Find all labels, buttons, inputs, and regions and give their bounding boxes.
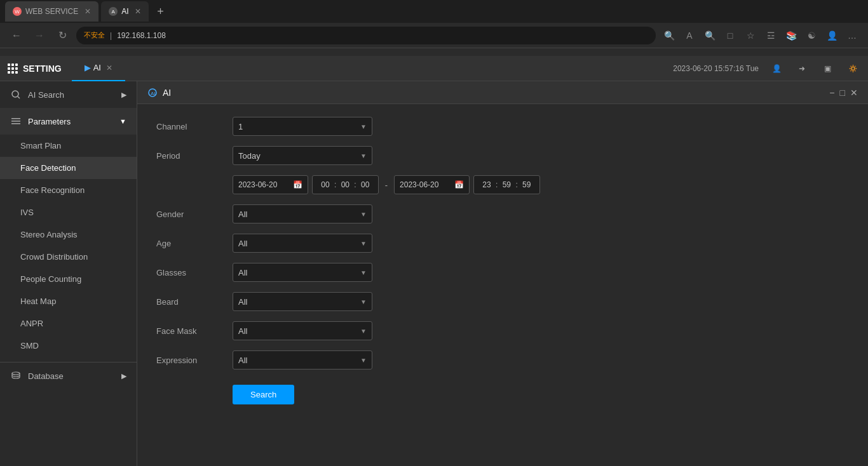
expression-select[interactable]: All Smile Neutral Anger Sadness <box>238 356 367 365</box>
extensions-icon[interactable]: ☯ <box>803 27 820 44</box>
date-range-dash: - <box>385 180 388 190</box>
profile-icon[interactable]: 👤 <box>824 27 840 44</box>
tab-favicon: W <box>13 7 22 16</box>
sidebar: AI Search ▶ Parameters ▼ Smart Plan Face… <box>0 81 137 466</box>
facemask-label: Face Mask <box>156 326 233 336</box>
sidebar-item-stereo-analysis[interactable]: Stereo Analysis <box>0 223 137 246</box>
start-time-input[interactable]: : : <box>312 175 379 194</box>
restore-button[interactable]: □ <box>840 88 845 98</box>
parameters-icon <box>10 116 22 127</box>
glasses-label: Glasses <box>156 268 233 277</box>
zoom-icon[interactable]: 🔍 <box>702 27 718 44</box>
end-time-input[interactable]: : : <box>473 175 540 194</box>
facemask-select[interactable]: All Yes No <box>238 326 367 336</box>
ai-search-icon <box>10 89 22 100</box>
age-select[interactable]: All Child Young Middle-aged Old <box>238 239 367 248</box>
search-button-row: Search <box>156 380 849 404</box>
sidebar-item-ai-search[interactable]: AI Search ▶ <box>0 81 137 108</box>
start-calendar-icon[interactable]: 📅 <box>293 180 302 189</box>
beard-select[interactable]: All Yes No <box>238 297 367 307</box>
star-icon[interactable]: ☆ <box>742 27 759 44</box>
collections-icon[interactable]: 📚 <box>783 27 799 44</box>
start-minute-field[interactable] <box>337 180 353 189</box>
sidebar-item-anpr[interactable]: ANPR <box>0 312 137 335</box>
facemask-row: Face Mask All Yes No ▼ <box>156 321 849 340</box>
start-hour-field[interactable] <box>318 180 333 189</box>
app-logo: SETTING <box>8 63 62 74</box>
channel-row: Channel 1 2 3 4 ▼ <box>156 117 849 136</box>
ai-search-arrow: ▶ <box>121 91 126 99</box>
age-label: Age <box>156 239 233 248</box>
browser-tab-ai[interactable]: A AI ✕ <box>101 1 149 22</box>
period-label: Period <box>156 151 233 161</box>
settings-icon[interactable]: 🔅 <box>845 61 860 76</box>
logout-icon[interactable]: ➜ <box>794 61 810 76</box>
reader-icon[interactable]: A <box>681 27 698 44</box>
sidebar-item-smart-plan[interactable]: Smart Plan <box>0 135 137 157</box>
glasses-select-wrapper[interactable]: All Yes No ▼ <box>233 263 372 282</box>
expression-select-wrapper[interactable]: All Smile Neutral Anger Sadness ▼ <box>233 350 372 369</box>
sidebar-item-parameters[interactable]: Parameters ▼ <box>0 108 137 135</box>
sidebar-item-face-recognition[interactable]: Face Recognition <box>0 179 137 201</box>
end-minute-field[interactable] <box>499 180 514 189</box>
split-icon[interactable]: □ <box>722 27 738 44</box>
svg-point-0 <box>12 91 18 97</box>
gender-select-wrapper[interactable]: All Male Female ▼ <box>233 204 372 223</box>
display-icon[interactable]: ▣ <box>820 61 835 76</box>
back-button[interactable]: ← <box>8 27 25 44</box>
app-tab-ai[interactable]: ▶ AI ✕ <box>72 56 125 81</box>
reload-button[interactable]: ↻ <box>53 27 71 44</box>
content-area: AI AI − □ ✕ Channel 1 2 <box>137 81 868 466</box>
end-date-field[interactable] <box>400 180 451 189</box>
period-row: Period Today Yesterday This Week Custom … <box>156 146 849 165</box>
beard-select-wrapper[interactable]: All Yes No ▼ <box>233 292 372 311</box>
start-date-field[interactable] <box>238 180 289 189</box>
menu-icon[interactable]: … <box>844 27 860 44</box>
close-panel-button[interactable]: ✕ <box>850 88 858 98</box>
end-calendar-icon[interactable]: 📅 <box>454 180 464 189</box>
panel-title: AI <box>163 88 171 98</box>
search-nav-icon[interactable]: 🔍 <box>661 27 677 44</box>
sidebar-item-heat-map[interactable]: Heat Map <box>0 290 137 312</box>
end-hour-field[interactable] <box>479 180 494 189</box>
database-label: Database <box>28 371 64 381</box>
start-second-field[interactable] <box>358 180 373 189</box>
sidebar-item-smd[interactable]: SMD <box>0 335 137 357</box>
sidebar-item-database[interactable]: Database ▶ <box>0 362 137 389</box>
period-select[interactable]: Today Yesterday This Week Custom <box>238 151 367 161</box>
start-date-input[interactable]: 📅 <box>233 175 308 194</box>
svg-rect-4 <box>11 123 20 124</box>
favorites-icon[interactable]: ☲ <box>763 27 779 44</box>
period-select-wrapper[interactable]: Today Yesterday This Week Custom ▼ <box>233 146 372 165</box>
tab-webservice-label: WEB SERVICE <box>25 7 78 16</box>
glasses-select[interactable]: All Yes No <box>238 268 367 277</box>
forward-button[interactable]: → <box>31 27 48 44</box>
sidebar-item-people-counting[interactable]: People Counting <box>0 268 137 290</box>
app-tab-ai-close[interactable]: ✕ <box>106 63 112 72</box>
new-tab-button[interactable]: + <box>151 3 169 20</box>
beard-row: Beard All Yes No ▼ <box>156 292 849 311</box>
address-bar[interactable]: 不安全 | 192.168.1.108 <box>76 27 656 44</box>
sidebar-item-face-detection[interactable]: Face Detection <box>0 157 137 179</box>
grid-icon <box>8 63 18 74</box>
tab-close-webservice[interactable]: ✕ <box>85 7 91 16</box>
browser-tab-webservice[interactable]: W WEB SERVICE ✕ <box>5 1 98 22</box>
minimize-button[interactable]: − <box>829 88 834 98</box>
end-second-field[interactable] <box>519 180 534 189</box>
age-select-wrapper[interactable]: All Child Young Middle-aged Old ▼ <box>233 234 372 253</box>
expression-row: Expression All Smile Neutral Anger Sadne… <box>156 350 849 369</box>
svg-text:AI: AI <box>151 91 156 97</box>
svg-point-5 <box>12 372 20 375</box>
facemask-select-wrapper[interactable]: All Yes No ▼ <box>233 321 372 340</box>
datetime-range-row: 📅 : : - 📅 <box>156 175 849 194</box>
gender-select[interactable]: All Male Female <box>238 210 367 219</box>
end-date-input[interactable]: 📅 <box>394 175 470 194</box>
search-button[interactable]: Search <box>233 385 294 404</box>
tab-close-ai[interactable]: ✕ <box>135 7 141 16</box>
app-tab-ai-label: AI <box>93 63 101 72</box>
user-icon[interactable]: 👤 <box>769 61 784 76</box>
sidebar-item-crowd-distribution[interactable]: Crowd Distribution <box>0 246 137 268</box>
sidebar-item-ivs[interactable]: IVS <box>0 201 137 223</box>
channel-select[interactable]: 1 2 3 4 <box>238 122 367 131</box>
channel-select-wrapper[interactable]: 1 2 3 4 ▼ <box>233 117 372 136</box>
